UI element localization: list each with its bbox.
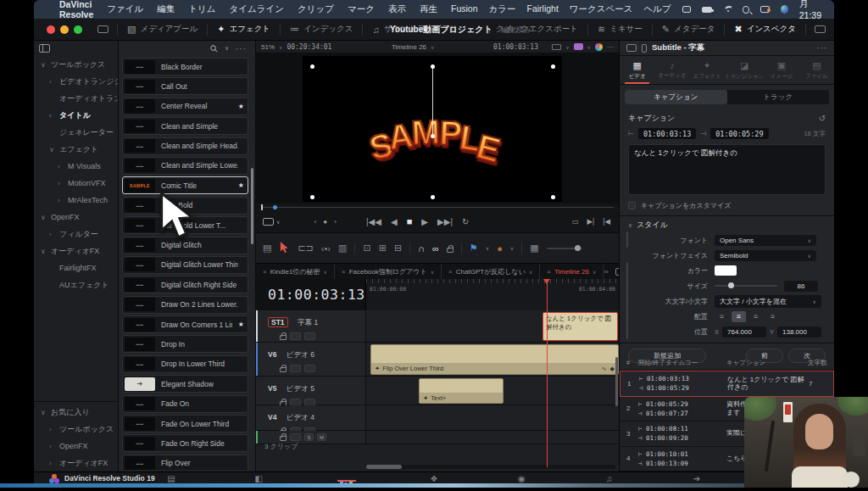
sidebar-item[interactable]: › ビデオトランジシ... [34, 73, 118, 90]
scrub-playhead-dot[interactable] [273, 205, 277, 209]
sidebar-item[interactable]: › フィルター [34, 226, 118, 243]
sidebar-item[interactable]: › M Visuals [34, 158, 118, 175]
timeline-ruler[interactable]: 01:00:00:00 01:00:04:00 [366, 279, 619, 310]
menu-item[interactable]: ヘルプ [644, 3, 671, 15]
sidebar-item[interactable]: › タイトル [34, 107, 118, 124]
loop-button[interactable]: ↻ [462, 217, 469, 226]
track-enable-icon[interactable] [290, 433, 301, 441]
font-checkbox[interactable] [626, 232, 628, 248]
subtitle-badge-icon[interactable] [304, 332, 315, 340]
v4-track-lane[interactable] [366, 405, 619, 430]
track-lock-icon[interactable] [280, 436, 287, 441]
align-right-button[interactable]: ≡ [748, 311, 763, 322]
panel-options-icon[interactable]: ··· [236, 44, 247, 53]
menu-item[interactable]: トリム [188, 3, 215, 15]
v4-track-header[interactable]: V4 ビデオ 4 [256, 405, 366, 430]
menu-item[interactable]: ワークスペース [570, 3, 633, 15]
customize-checkbox[interactable] [628, 202, 636, 209]
position-x-value[interactable]: 764.000 [722, 326, 766, 338]
caption-mode-button[interactable]: キャプション [625, 90, 727, 104]
timeline-tab[interactable]: × Timeline 26 ∨ [540, 264, 604, 279]
v6-track-header[interactable]: V6 ビデオ 6 [256, 343, 366, 376]
title-effect-item[interactable]: ▬▬ Call Out [122, 77, 248, 95]
title-effect-item[interactable]: ▬▬ Digital Glitch Right Side [122, 276, 248, 293]
sidebar-item[interactable]: FairlightFX [34, 259, 118, 276]
metadata-button[interactable]: ✎メタデータ [653, 19, 725, 40]
title-effect-item[interactable]: ▬▬ Digital Glitch Lower Third [122, 256, 248, 274]
expander-icon[interactable]: ∨ [41, 214, 47, 221]
timeline-horizontal-scrollbar[interactable] [366, 465, 615, 469]
mixer-button[interactable]: ≋ミキサー [588, 19, 652, 40]
close-tab-icon[interactable]: × [263, 268, 267, 276]
favorite-star-icon[interactable]: ★ [238, 321, 244, 328]
title-effect-item[interactable]: ▬▬ Fade On Right Side [122, 434, 248, 452]
viewer-canvas[interactable]: SAMPLE [256, 53, 619, 204]
title-effect-item[interactable]: ▬▬ Black Border [122, 58, 248, 75]
title-effect-item[interactable]: ▬▬ Clean and Simple Lowe... [122, 157, 248, 175]
font-face-dropdown[interactable]: Semibold∨ [715, 250, 816, 261]
search-options-chevron-icon[interactable]: ∨ [225, 45, 229, 52]
viewer-options-icon[interactable]: ··· [607, 43, 614, 51]
panel-toggle-icon[interactable] [39, 44, 50, 53]
step-back-button[interactable]: ◀ [391, 217, 398, 226]
expander-icon[interactable]: › [49, 78, 56, 86]
tab-chevron-icon[interactable]: ∨ [324, 269, 327, 275]
timeline-vertical-scrollbar[interactable] [615, 357, 618, 406]
close-tab-icon[interactable]: × [342, 268, 346, 276]
inspector-tab[interactable]: ▦ ビデオ [620, 56, 654, 84]
video-progress-bar[interactable] [0, 483, 868, 488]
align-left-button[interactable]: ≡ [715, 311, 729, 322]
selection-handle[interactable] [551, 64, 555, 69]
menu-item[interactable]: カラー [488, 3, 515, 15]
subtitle-track-header[interactable]: ST1 字幕 1 [256, 310, 366, 342]
sidebar-item[interactable]: › MotionVFX [34, 175, 118, 192]
case-checkbox[interactable] [626, 293, 628, 309]
sidebar-item[interactable]: › MrAlexTech [34, 192, 118, 209]
razor-tool[interactable]: ▥ [338, 243, 347, 254]
title-effect-item[interactable]: ▬▬ Flip Over [122, 455, 248, 470]
v5-track-header[interactable]: V5 ビデオ 5 [256, 377, 366, 405]
stop-button[interactable]: ■ [407, 216, 413, 226]
lut-icon[interactable] [574, 43, 583, 50]
v6-clip[interactable]: ✦ Flip Over Lower Third ∿◆ [370, 344, 619, 375]
reset-icon[interactable]: ↺ [819, 114, 826, 123]
page-icon-fusion[interactable]: ❖ [424, 474, 444, 483]
clean-feed-icon[interactable] [97, 25, 108, 33]
sidebar-item[interactable]: ∨ オーディオFX [34, 243, 118, 259]
selection-handle[interactable] [310, 195, 314, 199]
snapping-magnet-icon[interactable]: ∩ [418, 243, 425, 254]
tab-chevron-icon[interactable]: ∨ [431, 269, 434, 275]
expander-icon[interactable]: › [58, 163, 64, 170]
media-pool-button[interactable]: ▧メディアプール [118, 19, 207, 40]
title-effect-item[interactable]: ▬▬ Clean and Simple Head... [122, 137, 248, 155]
audio-track-lane[interactable] [366, 431, 619, 444]
timeline-tab[interactable]: × ChatGPTが反応しない ∨ [442, 264, 540, 279]
play-button[interactable]: ▶ [421, 217, 428, 226]
menu-item[interactable]: マーク [348, 3, 375, 15]
mute-button[interactable]: M [317, 433, 326, 441]
zoom-chevron-icon[interactable]: ∨ [279, 44, 282, 50]
expander-icon[interactable]: › [49, 443, 56, 450]
viewer-zoom-level[interactable]: 51% [261, 43, 275, 51]
expander-icon[interactable]: › [49, 426, 56, 433]
color-checkbox[interactable] [626, 262, 628, 278]
viewer-scrub-bar[interactable] [256, 204, 619, 210]
expander-icon[interactable]: ∨ [41, 61, 47, 69]
close-window-button[interactable] [47, 25, 55, 34]
position-lock-icon[interactable] [447, 248, 453, 253]
title-effect-item[interactable]: ➔ Elegant Shadow [122, 375, 248, 393]
track-lock-icon[interactable] [280, 335, 287, 340]
expander-icon[interactable]: › [49, 112, 56, 120]
favorites-item[interactable]: › ツールボックス [34, 421, 118, 438]
spotlight-search-icon[interactable] [743, 6, 749, 14]
favorite-star-icon[interactable]: ★ [238, 103, 244, 110]
loop-range-icon[interactable]: ▭ [571, 217, 578, 226]
close-tab-icon[interactable]: × [448, 268, 453, 276]
timeline-playhead[interactable] [547, 279, 548, 467]
zoom-window-button[interactable] [74, 25, 82, 34]
insert-clip-button[interactable]: ⊡ [363, 243, 370, 254]
page-icon-media[interactable]: ▤ [161, 474, 181, 483]
timeline-zoom-slider[interactable] [547, 248, 582, 249]
close-tab-icon[interactable]: × [547, 268, 551, 276]
jog-control[interactable]: ‹ ● › [314, 218, 339, 226]
